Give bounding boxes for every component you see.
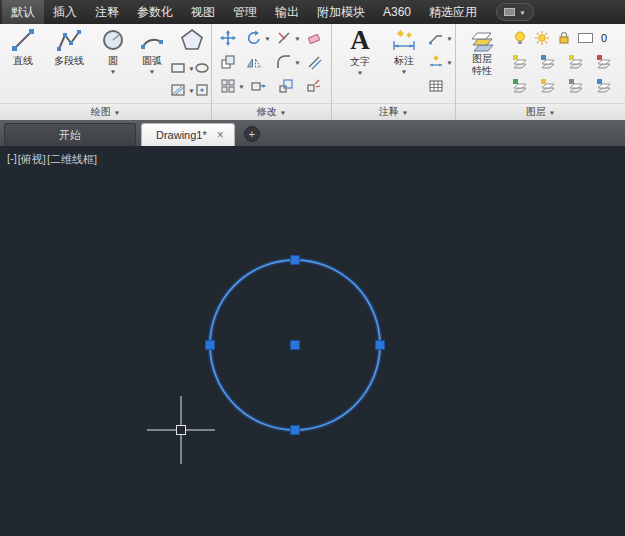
panel-label-draw-text: 绘图 <box>91 106 111 117</box>
layer-tool-3-button[interactable] <box>568 54 584 70</box>
chevron-down-icon: ▼ <box>401 69 408 75</box>
panel-label-layers[interactable]: 图层 ▼ <box>456 103 625 120</box>
rectangle-tool-button[interactable]: ▼ <box>170 60 195 76</box>
layer-freeze-button[interactable] <box>534 30 550 46</box>
leader-button[interactable]: ▼ <box>428 30 453 46</box>
copy-icon <box>220 54 236 70</box>
circle-button[interactable]: 圆 ▼ <box>96 27 130 75</box>
stretch-button[interactable] <box>250 78 266 94</box>
drawing1-tab[interactable]: Drawing1* × <box>141 123 235 146</box>
ribbon-tab-home[interactable]: 默认 <box>2 0 44 24</box>
ribbon-tab-addins[interactable]: 附加模块 <box>308 0 374 24</box>
rectangle-icon <box>170 60 186 76</box>
start-tab[interactable]: 开始 <box>4 123 136 146</box>
close-tab-icon[interactable]: × <box>217 129 224 141</box>
layer-tool-6-button[interactable] <box>540 78 556 94</box>
trim-icon <box>276 30 292 46</box>
polygon-button[interactable] <box>176 27 208 53</box>
lock-icon <box>556 30 572 46</box>
fillet-button[interactable]: ▼ <box>276 54 301 70</box>
grip-bottom[interactable] <box>291 426 300 435</box>
explode-button[interactable] <box>306 78 322 94</box>
layer-tool-5-button[interactable] <box>512 78 528 94</box>
ellipse-tool-button[interactable] <box>194 60 210 76</box>
table-button[interactable] <box>428 78 444 94</box>
chevron-down-icon: ▼ <box>446 59 453 65</box>
line-button[interactable]: 直线 <box>2 27 44 68</box>
ribbon-display-options-button[interactable]: ▼ <box>496 3 534 21</box>
point-tool-button[interactable] <box>194 82 210 98</box>
ribbon-tab-view[interactable]: 视图 <box>182 0 224 24</box>
polyline-icon <box>56 27 82 53</box>
scale-button[interactable] <box>278 78 294 94</box>
move-icon <box>220 30 236 46</box>
new-drawing-button[interactable]: + <box>244 126 260 142</box>
ribbon-tab-parametric[interactable]: 参数化 <box>128 0 182 24</box>
layer-stack-icon <box>512 78 528 94</box>
drawing-entities <box>0 146 625 536</box>
layer-tool-8-button[interactable] <box>596 78 612 94</box>
ellipse-icon <box>194 60 210 76</box>
layer-stack-icon <box>568 54 584 70</box>
arc-button[interactable]: 圆弧 ▼ <box>132 27 172 75</box>
grip-top[interactable] <box>291 256 300 265</box>
layer-properties-label-line2: 特性 <box>472 65 492 77</box>
dimension-label: 标注 <box>394 54 414 68</box>
chevron-down-icon: ▼ <box>294 35 301 41</box>
hatch-tool-button[interactable]: ▼ <box>170 82 195 98</box>
rotate-button[interactable]: ▼ <box>246 30 271 46</box>
polygon-icon <box>179 27 205 53</box>
ribbon-tab-output[interactable]: 输出 <box>266 0 308 24</box>
trim-button[interactable]: ▼ <box>276 30 301 46</box>
mirror-button[interactable] <box>246 54 262 70</box>
layer-tool-1-button[interactable] <box>512 54 528 70</box>
ribbon-tab-manage[interactable]: 管理 <box>224 0 266 24</box>
layer-tool-2-button[interactable] <box>540 54 556 70</box>
layer-stack-icon <box>596 78 612 94</box>
array-button[interactable]: ▼ <box>220 78 245 94</box>
hatch-icon <box>170 82 186 98</box>
erase-icon <box>306 30 322 46</box>
panel-label-annotate[interactable]: 注释 ▼ <box>332 103 455 120</box>
erase-button[interactable] <box>306 30 322 46</box>
offset-button[interactable] <box>306 54 322 70</box>
layer-tool-7-button[interactable] <box>568 78 584 94</box>
current-layer-name: 0 <box>601 32 607 44</box>
layer-stack-icon <box>568 78 584 94</box>
panel-label-draw[interactable]: 绘图 ▼ <box>0 103 211 120</box>
panel-label-modify-text: 修改 <box>257 106 277 117</box>
chevron-down-icon: ▼ <box>446 35 453 41</box>
chevron-down-icon: ▼ <box>548 110 555 116</box>
panel-label-annotate-text: 注释 <box>379 106 399 117</box>
drawing1-tab-label: Drawing1* <box>156 124 207 146</box>
dimension-icon <box>391 27 417 53</box>
layer-stack-icon <box>540 54 556 70</box>
dimension-style-button[interactable]: ▼ <box>428 54 453 70</box>
dimension-button[interactable]: 标注 ▼ <box>384 27 424 75</box>
ribbon-tab-featured-apps[interactable]: 精选应用 <box>420 0 486 24</box>
copy-button[interactable] <box>220 54 236 70</box>
grip-right[interactable] <box>376 341 385 350</box>
scale-icon <box>278 78 294 94</box>
layer-lock-button[interactable] <box>556 30 572 46</box>
ribbon-tab-insert[interactable]: 插入 <box>44 0 86 24</box>
move-button[interactable] <box>220 30 236 46</box>
mirror-icon <box>246 54 262 70</box>
chevron-down-icon: ▼ <box>110 69 117 75</box>
layer-on-off-button[interactable] <box>512 30 528 46</box>
layer-properties-button[interactable]: 图层 特性 <box>460 27 504 77</box>
grip-left[interactable] <box>206 341 215 350</box>
ribbon-tab-a360[interactable]: A360 <box>374 0 420 24</box>
ribbon-tab-annotate[interactable]: 注释 <box>86 0 128 24</box>
grip-center[interactable] <box>291 341 300 350</box>
polyline-button[interactable]: 多段线 <box>44 27 94 68</box>
layer-selector[interactable]: 0 <box>578 32 607 44</box>
panel-label-modify[interactable]: 修改 ▼ <box>212 103 331 120</box>
chevron-down-icon: ▼ <box>264 35 271 41</box>
stretch-icon <box>250 78 266 94</box>
panel-annotate: A 文字 ▼ 标注 ▼ <box>332 24 456 120</box>
text-label: 文字 <box>350 55 370 69</box>
text-button[interactable]: A 文字 ▼ <box>340 26 380 76</box>
layer-tool-4-button[interactable] <box>596 54 612 70</box>
model-space-canvas[interactable]: [-] [俯视] [二维线框] <box>0 146 625 536</box>
